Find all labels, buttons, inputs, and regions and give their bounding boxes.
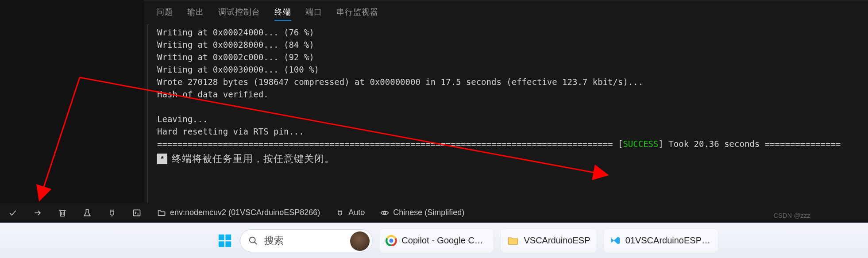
terminal-line: Hash of data verified.: [157, 89, 269, 99]
terminal-line: Writing at 0x00028000... (84 %): [157, 40, 314, 50]
language-status[interactable]: Chinese (Simplified): [376, 206, 468, 219]
pio-test-button[interactable]: [79, 206, 96, 219]
taskbar-app-label: 01VSCArduinoESP8266: [625, 235, 712, 246]
plug-icon: [107, 208, 117, 218]
terminal-line: Hard resetting via RTS pin...: [157, 127, 304, 136]
plug-small-icon: [335, 208, 345, 218]
taskbar-app-chrome[interactable]: Copilot - Google Chrom: [379, 228, 494, 253]
terminal-icon: [132, 208, 142, 218]
terminal-line: Leaving...: [157, 114, 208, 124]
search-placeholder: 搜索: [264, 234, 284, 247]
taskbar-app-label: Copilot - Google Chrom: [401, 235, 487, 246]
svg-point-13: [250, 237, 255, 243]
result-line: ========================================…: [157, 139, 841, 149]
pio-clean-button[interactable]: [54, 206, 71, 219]
reuse-badge: *: [157, 154, 167, 164]
pio-port-label: Auto: [348, 208, 365, 217]
watermark-text: CSDN @zzz: [774, 212, 810, 219]
status-bar: env:nodemcuv2 (01VSCArduinoESP8266) Auto…: [0, 203, 868, 223]
tab-output[interactable]: 输出: [187, 7, 204, 20]
result-suffix: ] Took 20.36 seconds ===============: [658, 139, 841, 149]
check-icon: [8, 208, 18, 218]
svg-rect-6: [134, 210, 140, 216]
windows-taskbar: 搜索 Copilot - Google Chrom VSCArduinoESP …: [0, 223, 868, 258]
tab-problems[interactable]: 问题: [156, 7, 173, 20]
search-icon: [248, 236, 258, 246]
windows-logo-icon: [217, 233, 232, 248]
panel-tab-strip: 问题 输出 调试控制台 终端 端口 串行监视器: [144, 0, 868, 24]
result-prefix: ========================================…: [157, 139, 623, 149]
eye-icon: [380, 208, 390, 218]
search-mascot-icon: [350, 231, 370, 251]
vscode-icon: [610, 235, 621, 247]
folder-icon: [507, 235, 519, 247]
tab-terminal[interactable]: 终端: [274, 7, 291, 20]
taskbar-app-label: VSCArduinoESP: [524, 235, 590, 246]
taskbar-app-explorer[interactable]: VSCArduinoESP: [500, 228, 597, 253]
pio-terminal-button[interactable]: [128, 206, 145, 219]
arrow-right-icon: [33, 208, 42, 218]
pio-build-button[interactable]: [4, 206, 21, 219]
svg-rect-9: [219, 234, 224, 240]
tab-ports[interactable]: 端口: [305, 7, 322, 20]
terminal-line: Wrote 270128 bytes (198647 compressed) a…: [157, 77, 643, 87]
taskbar-search[interactable]: 搜索: [240, 229, 373, 252]
folder-icon: [157, 208, 166, 218]
svg-line-14: [255, 242, 257, 244]
editor-left-void: [0, 0, 144, 203]
terminal-output[interactable]: Writing at 0x00024000... (76 %) Writing …: [147, 24, 868, 203]
tab-debug-console[interactable]: 调试控制台: [218, 7, 260, 20]
pio-upload-button[interactable]: [29, 206, 46, 219]
svg-rect-11: [219, 241, 224, 247]
svg-rect-12: [226, 241, 231, 247]
result-status: SUCCESS: [623, 139, 658, 149]
terminal-line: Writing at 0x0002c000... (92 %): [157, 52, 314, 62]
pio-port-selector[interactable]: Auto: [332, 206, 368, 219]
trash-icon: [58, 208, 67, 218]
start-button[interactable]: [216, 232, 234, 250]
terminal-reuse-line: * 终端将被任务重用，按任意键关闭。: [157, 153, 866, 165]
svg-point-8: [384, 212, 386, 214]
pio-serial-button[interactable]: [104, 206, 120, 219]
tab-serial-monitor[interactable]: 串行监视器: [336, 7, 378, 20]
pio-env-selector[interactable]: env:nodemcuv2 (01VSCArduinoESP8266): [153, 206, 324, 219]
taskbar-app-vscode[interactable]: 01VSCArduinoESP8266: [603, 228, 718, 253]
chrome-icon: [386, 235, 397, 247]
svg-rect-10: [226, 234, 231, 240]
bottom-panel: 问题 输出 调试控制台 终端 端口 串行监视器 Writing at 0x000…: [144, 0, 868, 203]
taskbar-center: 搜索 Copilot - Google Chrom VSCArduinoESP …: [216, 228, 718, 253]
beaker-icon: [82, 208, 92, 218]
terminal-line: Writing at 0x00030000... (100 %): [157, 65, 319, 74]
reuse-text: 终端将被任务重用，按任意键关闭。: [172, 153, 335, 165]
pio-env-label: env:nodemcuv2 (01VSCArduinoESP8266): [170, 208, 320, 217]
terminal-line: Writing at 0x00024000... (76 %): [157, 27, 314, 37]
language-label: Chinese (Simplified): [393, 208, 464, 217]
